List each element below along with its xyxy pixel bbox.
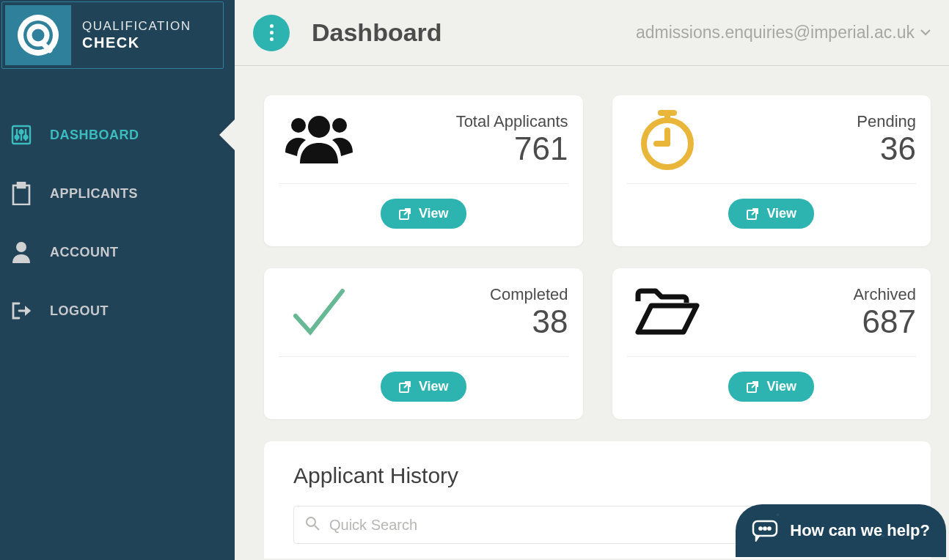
user-icon	[10, 241, 32, 263]
button-label: View	[766, 379, 796, 394]
card-label: Archived	[853, 285, 916, 304]
sliders-icon	[10, 124, 32, 146]
sidebar-item-label: LOGOUT	[50, 303, 109, 319]
history-title: Applicant History	[293, 463, 901, 488]
svg-point-30	[764, 527, 766, 529]
clipboard-icon	[10, 183, 32, 205]
card-value: 38	[490, 304, 568, 339]
card-total-applicants: Total Applicants 761 View	[264, 95, 583, 246]
logo-icon	[15, 12, 62, 59]
chevron-down-icon	[920, 29, 931, 36]
sidebar-item-logout[interactable]: LOGOUT	[0, 281, 235, 340]
card-value: 761	[456, 131, 568, 166]
external-link-icon	[398, 380, 411, 394]
sidebar-item-label: APPLICANTS	[50, 186, 138, 202]
sidebar: QUALIFICATION CHECK DASHBOARD	[0, 0, 235, 560]
brand-line2: CHECK	[82, 34, 191, 52]
button-label: View	[419, 206, 449, 221]
svg-point-31	[769, 527, 771, 529]
sidebar-item-label: DASHBOARD	[50, 128, 139, 143]
page-title: Dashboard	[312, 18, 442, 47]
brand-mark	[5, 5, 71, 65]
people-icon	[279, 110, 359, 169]
svg-point-29	[760, 527, 762, 529]
main: Dashboard admissions.enquiries@imperial.…	[235, 0, 949, 560]
help-widget[interactable]: How can we help?	[736, 504, 946, 557]
sidebar-item-label: ACCOUNT	[50, 245, 119, 260]
svg-point-26	[307, 517, 315, 526]
view-archived-button[interactable]: View	[728, 372, 814, 402]
card-pending: Pending 36 View	[612, 95, 931, 246]
kebab-menu-button[interactable]	[253, 15, 290, 51]
stopwatch-icon	[627, 110, 708, 169]
svg-point-13	[16, 242, 26, 252]
card-label: Total Applicants	[456, 112, 568, 131]
sidebar-item-applicants[interactable]: APPLICANTS	[0, 164, 235, 223]
button-label: View	[766, 206, 796, 221]
button-label: View	[419, 379, 449, 394]
card-label: Completed	[490, 285, 568, 304]
folder-open-icon	[627, 283, 708, 342]
brand-line1: QUALIFICATION	[82, 18, 191, 34]
brand-logo[interactable]: QUALIFICATION CHECK	[1, 1, 224, 69]
view-total-button[interactable]: View	[381, 199, 466, 229]
svg-point-15	[291, 118, 306, 133]
stat-cards: Total Applicants 761 View	[235, 66, 949, 419]
svg-point-8	[20, 130, 23, 134]
external-link-icon	[398, 207, 411, 221]
sidebar-nav: DASHBOARD APPLICANTS ACCOUNT	[0, 106, 235, 340]
svg-point-14	[308, 116, 330, 138]
card-value: 36	[857, 131, 916, 166]
view-completed-button[interactable]: View	[381, 372, 466, 402]
user-dropdown[interactable]: admissions.enquiries@imperial.ac.uk	[636, 23, 931, 43]
search-icon	[305, 516, 320, 534]
view-pending-button[interactable]: View	[728, 199, 814, 229]
svg-rect-12	[18, 183, 25, 188]
svg-point-16	[332, 118, 347, 133]
svg-point-10	[24, 136, 28, 139]
svg-line-27	[315, 526, 319, 530]
svg-point-6	[15, 136, 19, 139]
check-icon	[279, 283, 359, 342]
sidebar-item-account[interactable]: ACCOUNT	[0, 223, 235, 281]
external-link-icon	[746, 207, 759, 221]
logout-icon	[10, 300, 32, 322]
external-link-icon	[746, 380, 759, 394]
chat-icon	[752, 520, 778, 542]
card-value: 687	[853, 304, 916, 339]
card-label: Pending	[857, 112, 916, 131]
user-email: admissions.enquiries@imperial.ac.uk	[636, 23, 915, 43]
topbar: Dashboard admissions.enquiries@imperial.…	[235, 0, 949, 66]
help-text: How can we help?	[790, 521, 930, 540]
kebab-icon	[270, 23, 274, 43]
card-completed: Completed 38 View	[264, 268, 583, 419]
brand-text: QUALIFICATION CHECK	[71, 18, 191, 52]
card-archived: Archived 687 View	[612, 268, 931, 419]
sidebar-item-dashboard[interactable]: DASHBOARD	[0, 106, 235, 164]
